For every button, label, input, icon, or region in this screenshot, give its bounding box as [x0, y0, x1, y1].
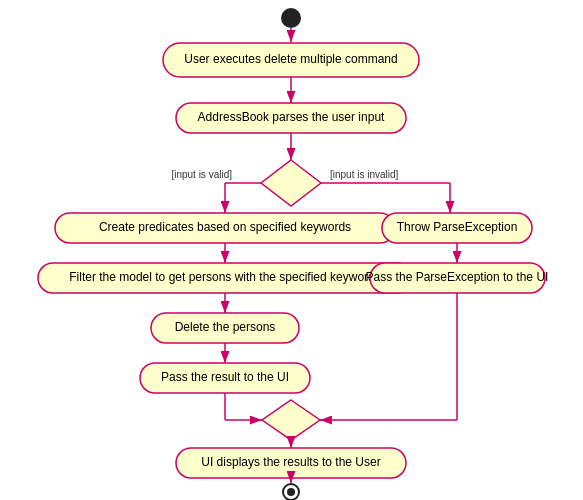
node-8-text: Pass the ParseException to the UI	[366, 270, 549, 284]
diagram-container: User executes delete multiple command Ad…	[0, 0, 583, 500]
node-4-text: Filter the model to get persons with the…	[69, 270, 380, 284]
end-inner	[287, 488, 295, 496]
start-node	[281, 8, 301, 28]
node-5-text: Delete the persons	[175, 320, 276, 334]
merge-node	[262, 400, 320, 440]
node-1-text: User executes delete multiple command	[184, 52, 397, 66]
node-3-text: Create predicates based on specified key…	[99, 220, 351, 234]
node-2-text: AddressBook parses the user input	[198, 110, 385, 124]
node-9-text: UI displays the results to the User	[201, 455, 380, 469]
decision-node	[261, 160, 321, 206]
label-valid: [input is valid]	[171, 169, 232, 180]
node-6-text: Pass the result to the UI	[161, 370, 289, 384]
label-invalid: [input is invalid]	[330, 169, 399, 180]
node-7-text: Throw ParseException	[397, 220, 518, 234]
